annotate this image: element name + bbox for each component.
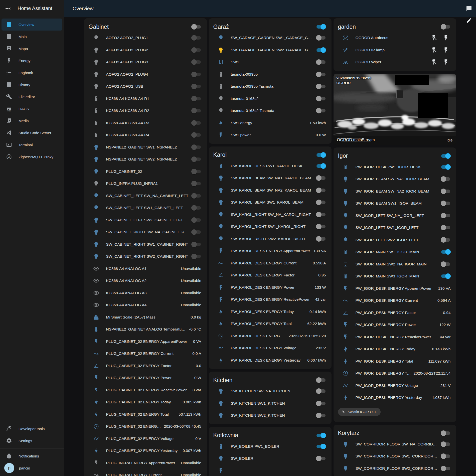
camera-card[interactable]: 2024/09/19 19:36:33OGRODOGROD mainStream… [334, 74, 456, 145]
entity-toggle[interactable] [316, 35, 326, 41]
sidebar-item-overview[interactable]: Overview [2, 19, 62, 31]
entity-toggle[interactable] [316, 456, 326, 461]
entity-toggle[interactable] [191, 229, 201, 235]
sidebar-item-user[interactable]: p pancio [2, 462, 62, 474]
card-toggle-igor[interactable] [441, 153, 451, 159]
bulb-icon [218, 388, 224, 394]
magnify-button[interactable] [463, 0, 475, 3]
chat-button[interactable] [463, 3, 475, 15]
entity-toggle[interactable] [441, 273, 451, 279]
entity-toggle[interactable] [316, 236, 326, 242]
entity-toggle[interactable] [316, 413, 326, 418]
toggle-knob [441, 201, 446, 206]
entity-toggle[interactable] [191, 181, 201, 186]
entity-toggle[interactable] [191, 193, 201, 199]
card-toggle-garden[interactable] [441, 24, 451, 30]
bolt2-icon [93, 399, 99, 405]
sidebar-item-settings[interactable]: Settings [2, 435, 62, 447]
entity-toggle[interactable] [191, 120, 201, 126]
sidebar-item-terminal[interactable]: Terminal [2, 139, 62, 151]
flash-off-button[interactable] [431, 59, 437, 65]
entity-toggle[interactable] [316, 401, 326, 406]
sidebar-item-energy[interactable]: Energy [2, 55, 62, 67]
entity-toggle[interactable] [191, 72, 201, 77]
sidebar-item-hacs[interactable]: HACSHACS [2, 103, 62, 115]
entity-toggle[interactable] [316, 163, 326, 169]
entity-toggle[interactable] [316, 212, 326, 217]
entity-toggle[interactable] [191, 35, 201, 41]
entity-toggle[interactable] [191, 242, 201, 247]
card-toggle-kitchen[interactable] [316, 377, 326, 383]
entity-toggle[interactable] [441, 164, 451, 170]
entity-name: PW_IGOR_DESK ENERGY Power [356, 323, 439, 327]
sidebar-item-mapa[interactable]: Mapa [2, 43, 62, 55]
entity-toggle[interactable] [316, 188, 326, 193]
sidebar-item-developer-tools[interactable]: Developer tools [2, 423, 62, 435]
entity-toggle[interactable] [191, 59, 201, 65]
entity-toggle[interactable] [316, 84, 326, 89]
entity-toggle[interactable] [441, 261, 451, 267]
sidebar-item-file-editor[interactable]: File editor [2, 91, 62, 103]
entity-toggle[interactable] [191, 96, 201, 101]
entity-toggle[interactable] [191, 156, 201, 162]
entity-toggle[interactable] [316, 200, 326, 205]
pencil-button[interactable] [463, 15, 475, 27]
entity-toggle[interactable] [441, 249, 451, 255]
flash-on-button[interactable] [443, 59, 449, 65]
entity-row [209, 465, 332, 476]
eye-icon [93, 290, 99, 296]
toggle-knob [191, 229, 197, 235]
bulb-icon [343, 176, 349, 182]
entity-toggle[interactable] [316, 388, 326, 394]
automation-chip[interactable]: Światło IGOR OFF [338, 408, 381, 416]
entity-toggle[interactable] [316, 224, 326, 229]
entity-toggle[interactable] [191, 108, 201, 113]
entity-toggle[interactable] [441, 237, 451, 243]
entity-row: KC868-A4 ANALOG A4Unavailable [84, 299, 207, 311]
entity-toggle[interactable] [441, 466, 451, 471]
entity-toggle[interactable] [441, 225, 451, 230]
entity-toggle[interactable] [191, 84, 201, 89]
entity-toggle[interactable] [191, 169, 201, 174]
entity-toggle[interactable] [316, 108, 326, 113]
entity-toggle[interactable] [191, 144, 201, 150]
sidebar-item-notifications[interactable]: Notifications [2, 450, 62, 462]
flash-on-button[interactable] [443, 47, 449, 53]
entity-toggle[interactable] [441, 213, 451, 218]
entity-toggle[interactable] [316, 175, 326, 181]
menu-open-icon[interactable] [5, 6, 11, 12]
entity-toggle[interactable] [441, 201, 451, 206]
entity-toggle[interactable] [191, 132, 201, 138]
card-toggle-gara[interactable] [316, 24, 326, 30]
sidebar-item-history[interactable]: History [2, 79, 62, 91]
entity-state: Unavailable [181, 473, 201, 476]
entity-toggle[interactable] [441, 176, 451, 182]
entity-toggle[interactable] [191, 254, 201, 259]
flash-off-button[interactable] [431, 35, 437, 41]
entity-toggle[interactable] [316, 59, 326, 65]
entity-toggle[interactable] [191, 205, 201, 211]
sidebar-item-main[interactable]: Main [2, 31, 62, 43]
flash-on-button[interactable] [443, 35, 449, 41]
entity-toggle[interactable] [316, 96, 326, 101]
toggle-knob [441, 189, 446, 194]
flash-off-button[interactable] [431, 47, 437, 53]
card-toggle-gabinet[interactable] [191, 24, 201, 30]
card-toggle-korytarz[interactable] [441, 430, 451, 436]
entity-toggle[interactable] [316, 72, 326, 77]
entity-toggle[interactable] [316, 47, 326, 53]
bulb-icon [93, 241, 99, 247]
card-toggle-kot-ownia[interactable] [316, 433, 326, 438]
entity-toggle[interactable] [191, 217, 201, 223]
entity-toggle[interactable] [441, 189, 451, 194]
entity-toggle[interactable] [191, 47, 201, 53]
entity-toggle[interactable] [316, 444, 326, 449]
entity-name: tasmota-0168c2 Tasmota [231, 108, 316, 113]
sidebar-item-studio-code-server[interactable]: Studio Code Server [2, 127, 62, 139]
sidebar-item-zigbee2mqtt-proxy[interactable]: ZZigbee2MQTT Proxy [2, 151, 62, 163]
sidebar-item-media[interactable]: Media [2, 115, 62, 127]
card-toggle-karol[interactable] [316, 152, 326, 158]
sidebar-item-logbook[interactable]: Logbook [2, 67, 62, 79]
entity-toggle[interactable] [441, 441, 451, 447]
entity-toggle[interactable] [441, 453, 451, 459]
